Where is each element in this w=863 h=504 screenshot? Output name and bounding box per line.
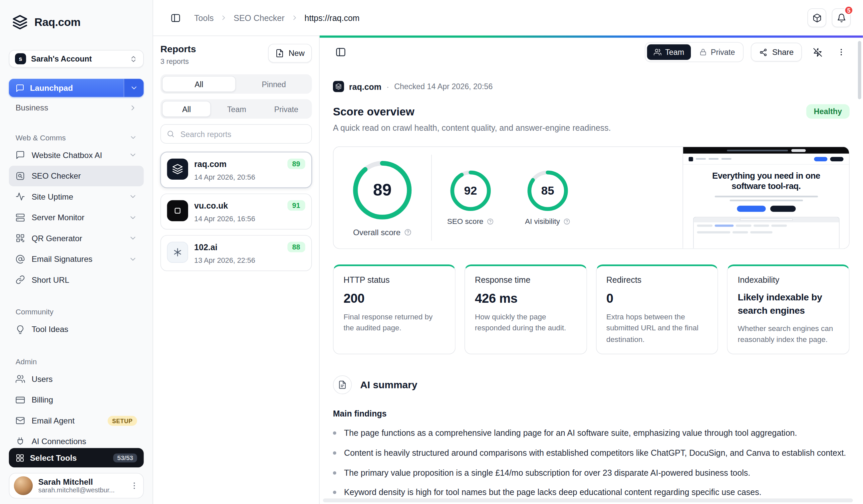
chevron-down-icon — [129, 234, 137, 243]
tab-all[interactable]: All — [162, 76, 236, 92]
bullet-dot — [333, 471, 336, 474]
report-card-top: raq.com 89 — [194, 159, 305, 169]
user-menu[interactable]: Sarah Mitchell sarah.mitchell@westbur... — [9, 473, 144, 499]
metric-indexability: Indexability Likely indexable by search … — [727, 264, 850, 354]
help-icon[interactable] — [487, 218, 494, 225]
metric-description: How quickly the page responded during th… — [475, 312, 576, 334]
report-card-top: 102.ai 88 — [194, 242, 305, 253]
score-overview-header: Score overview Healthy — [333, 104, 850, 118]
report-card-raq[interactable]: raq.com 89 14 Apr 2026, 20:56 — [161, 152, 312, 188]
section-web-comms[interactable]: Web & Comms — [9, 130, 144, 145]
document-icon — [333, 375, 352, 394]
collapse-reports-panel-button[interactable] — [333, 44, 349, 60]
package-button[interactable] — [808, 8, 826, 27]
section-title: Score overview — [333, 105, 414, 118]
chevron-down-icon — [129, 193, 137, 201]
report-site-icon — [167, 242, 188, 263]
sidebar-item-server-monitor[interactable]: Server Monitor — [9, 207, 144, 228]
finding-item: Keyword density is high for tool names b… — [333, 486, 850, 498]
score-card: 89 Overall score — [333, 146, 850, 249]
breadcrumb: Tools SEO Checker https://raq.com — [194, 13, 360, 22]
sidebar-item-users[interactable]: Users — [9, 369, 144, 390]
sidebar-item-email-signatures[interactable]: Email Signatures — [9, 249, 144, 270]
tab-scope-private[interactable]: Private — [262, 101, 310, 117]
report-card-body: raq.com 89 14 Apr 2026, 20:56 — [194, 159, 305, 181]
preview-screenshot — [693, 217, 839, 248]
search-input[interactable] — [179, 129, 305, 139]
breadcrumb-tools[interactable]: Tools — [194, 13, 213, 22]
horizontal-scrollbar[interactable] — [323, 498, 853, 502]
reports-title: Reports — [161, 44, 196, 55]
more-options-button[interactable] — [833, 44, 850, 61]
report-card-top: vu.co.uk 91 — [194, 200, 305, 211]
avatar — [14, 476, 33, 495]
reports-title-group: Reports 3 reports — [161, 44, 196, 66]
sidebar-item-qr-generator[interactable]: QR Generator — [9, 228, 144, 249]
launchpad-button[interactable]: Launchpad — [9, 79, 144, 97]
sidebar-item-tool-ideas[interactable]: Tool Ideas — [9, 319, 144, 340]
ai-visibility-value: 85 — [527, 170, 569, 212]
tab-scope-team[interactable]: Team — [213, 101, 261, 117]
report-date: 14 Apr 2026, 16:56 — [194, 215, 305, 223]
flash-off-button[interactable] — [809, 44, 826, 61]
scope-tabs: All Team Private — [161, 99, 312, 118]
share-button[interactable]: Share — [751, 42, 802, 62]
report-card-vu[interactable]: vu.co.uk 91 14 Apr 2026, 16:56 — [161, 194, 312, 230]
report-score-badge: 89 — [287, 159, 305, 169]
vertical-scrollbar[interactable] — [858, 41, 861, 99]
preview-navbar — [683, 154, 849, 165]
metric-response-time: Response time 426 ms How quickly the pag… — [464, 264, 587, 354]
sidebar-toggle-button[interactable] — [167, 10, 183, 26]
content-row: Reports 3 reports New All Pinned All Tea… — [153, 36, 863, 504]
team-visibility-button[interactable]: Team — [647, 44, 691, 60]
sidebar: Raq.com s Sarah's Account Launchpad Busi… — [0, 0, 153, 504]
breadcrumb-seo-checker[interactable]: SEO Checker — [234, 13, 285, 22]
report-score-badge: 88 — [287, 242, 305, 253]
account-switcher[interactable]: s Sarah's Account — [9, 50, 144, 67]
bullet-dot — [333, 431, 336, 435]
main-findings-heading: Main findings — [333, 409, 850, 418]
sidebar-item-business[interactable]: Business — [9, 99, 144, 116]
ai-visibility-label-row: AI visibility — [525, 217, 571, 225]
tab-pinned[interactable]: Pinned — [237, 76, 310, 92]
report-list: raq.com 89 14 Apr 2026, 20:56 vu.co.uk 9… — [161, 152, 312, 271]
grid-icon — [16, 453, 25, 462]
select-tools-button[interactable]: Select Tools 53/53 — [9, 448, 144, 467]
new-report-button[interactable]: New — [268, 44, 312, 63]
ai-visibility-gauge: 85 AI visibility — [510, 170, 586, 225]
metric-http-status: HTTP status 200 Final response returned … — [333, 264, 455, 354]
new-report-icon — [275, 49, 284, 58]
business-label: Business — [16, 103, 48, 112]
preview-logo — [689, 157, 693, 161]
seo-score-gauge: 92 SEO score — [432, 170, 510, 225]
help-icon[interactable] — [404, 228, 412, 236]
report-name: vu.co.uk — [194, 201, 228, 210]
sidebar-item-short-url[interactable]: Short URL — [9, 270, 144, 290]
chat-icon — [16, 150, 25, 160]
notifications-button[interactable]: 5 — [832, 8, 851, 27]
reports-header: Reports 3 reports New — [161, 44, 312, 66]
sidebar-item-site-uptime[interactable]: Site Uptime — [9, 186, 144, 207]
sidebar-item-seo-checker[interactable]: SEO Checker — [9, 166, 144, 186]
status-badge: Healthy — [806, 104, 850, 118]
account-initial-badge: s — [15, 53, 26, 64]
sidebar-item-billing[interactable]: Billing — [9, 390, 144, 411]
sidebar-item-website-chatbox-ai[interactable]: Website Chatbox AI — [9, 145, 144, 166]
help-icon[interactable] — [563, 218, 571, 225]
accent-gradient-bar — [320, 36, 863, 38]
main-body: Team Private Share — [320, 38, 863, 504]
sidebar-item-email-agent[interactable]: Email Agent SETUP — [9, 410, 144, 431]
private-visibility-button[interactable]: Private — [692, 44, 742, 60]
report-card-body: vu.co.uk 91 14 Apr 2026, 16:56 — [194, 200, 305, 223]
chevrons-up-down-icon — [129, 54, 138, 63]
chevron-right-icon — [291, 14, 298, 22]
overall-score-label-row: Overall score — [353, 228, 412, 236]
report-card-102ai[interactable]: 102.ai 88 13 Apr 2026, 22:56 — [161, 235, 312, 271]
launchpad-main[interactable]: Launchpad — [9, 79, 124, 97]
ai-visibility-ring: 85 — [527, 170, 569, 212]
tab-scope-all[interactable]: All — [162, 101, 211, 117]
lightbulb-icon — [16, 325, 25, 334]
tools-count-badge: 53/53 — [113, 453, 137, 462]
user-kebab-menu[interactable] — [130, 481, 139, 490]
launchpad-dropdown[interactable] — [124, 79, 144, 97]
